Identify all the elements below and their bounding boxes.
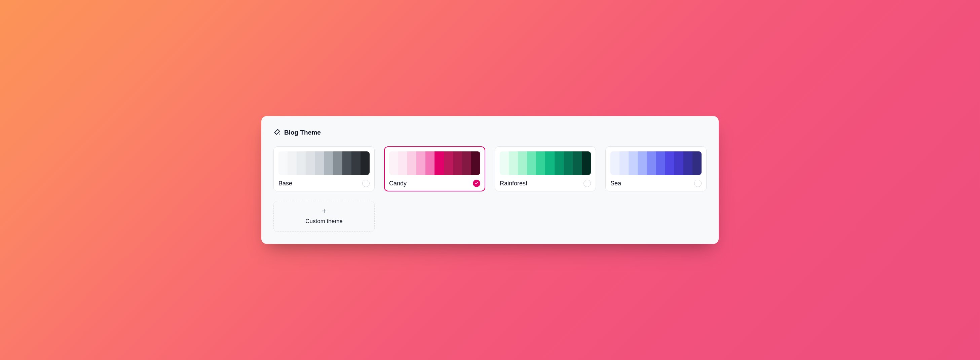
theme-selector-panel: Blog Theme Base: [261, 116, 719, 244]
theme-card-base[interactable]: Base: [274, 147, 375, 191]
panel-title: Blog Theme: [284, 129, 321, 136]
swatch: [683, 151, 692, 175]
swatch: [471, 151, 480, 175]
swatch: [434, 151, 444, 175]
swatch: [509, 151, 518, 175]
theme-radio[interactable]: [362, 180, 370, 187]
swatch: [573, 151, 582, 175]
swatch: [628, 151, 638, 175]
swatch: [352, 151, 361, 175]
swatch-strip: [389, 151, 480, 175]
swatch: [656, 151, 665, 175]
swatch: [518, 151, 527, 175]
swatch: [425, 151, 434, 175]
theme-footer: Candy: [389, 180, 480, 187]
theme-label: Rainforest: [500, 180, 527, 187]
swatch-strip: [610, 151, 702, 175]
swatch: [610, 151, 619, 175]
theme-card-sea[interactable]: Sea: [605, 147, 706, 191]
swatch: [564, 151, 573, 175]
theme-radio[interactable]: [694, 180, 702, 187]
theme-label: Sea: [610, 180, 621, 187]
swatch: [324, 151, 333, 175]
swatch: [665, 151, 674, 175]
swatch: [638, 151, 647, 175]
swatch: [555, 151, 564, 175]
swatch: [444, 151, 453, 175]
swatch: [462, 151, 471, 175]
swatch: [453, 151, 462, 175]
theme-footer: Rainforest: [500, 180, 591, 187]
swatch: [619, 151, 628, 175]
swatch: [288, 151, 297, 175]
theme-grid: Base Candy: [274, 147, 706, 232]
swatch: [306, 151, 315, 175]
swatch: [342, 151, 352, 175]
swatch-strip: [278, 151, 370, 175]
theme-footer: Base: [278, 180, 370, 187]
swatch: [389, 151, 398, 175]
swatch: [361, 151, 370, 175]
theme-label: Base: [278, 180, 292, 187]
swatch: [674, 151, 683, 175]
theme-radio[interactable]: [584, 180, 591, 187]
panel-header: Blog Theme: [274, 128, 706, 137]
swatch: [398, 151, 407, 175]
swatch: [500, 151, 509, 175]
swatch-strip: [500, 151, 591, 175]
plus-icon: [321, 208, 327, 215]
check-icon: [474, 180, 479, 186]
theme-radio[interactable]: [473, 180, 480, 187]
swatch: [692, 151, 702, 175]
swatch: [297, 151, 306, 175]
swatch: [582, 151, 591, 175]
swatch: [315, 151, 324, 175]
theme-footer: Sea: [610, 180, 702, 187]
swatch: [536, 151, 545, 175]
swatch: [333, 151, 342, 175]
svg-point-0: [279, 134, 280, 135]
custom-theme-label: Custom theme: [305, 218, 343, 225]
swatch: [407, 151, 416, 175]
swatch: [416, 151, 425, 175]
paint-icon: [274, 128, 281, 137]
theme-card-candy[interactable]: Candy: [384, 147, 485, 191]
custom-theme-button[interactable]: Custom theme: [274, 201, 375, 232]
swatch: [647, 151, 656, 175]
swatch: [278, 151, 288, 175]
swatch: [527, 151, 536, 175]
theme-card-rainforest[interactable]: Rainforest: [495, 147, 596, 191]
swatch: [545, 151, 554, 175]
theme-label: Candy: [389, 180, 407, 187]
